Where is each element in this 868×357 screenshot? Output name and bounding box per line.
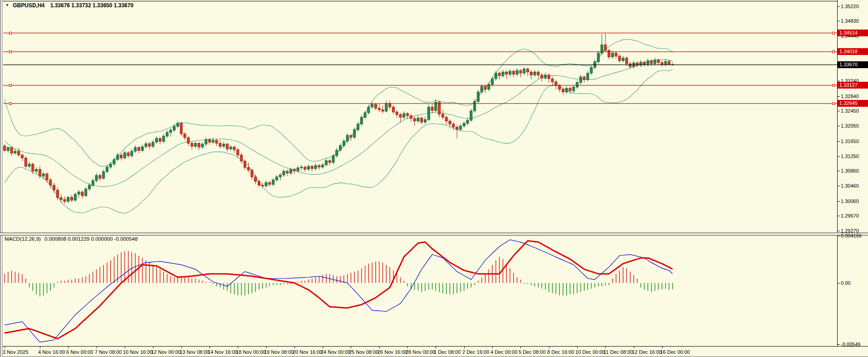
time-tick-mark xyxy=(323,346,323,348)
price-tick-label: 1.31650 xyxy=(841,139,859,144)
time-tick-label: 14 Nov 16:00 xyxy=(208,349,237,355)
bollinger-bands xyxy=(5,40,672,213)
price-tick-mark xyxy=(837,126,840,126)
time-tick-mark xyxy=(662,346,662,348)
price-tick-mark xyxy=(837,186,840,186)
price-tick-mark xyxy=(837,201,840,202)
price-tick-mark xyxy=(837,231,840,231)
time-tick-label: 3 Nov 2025 xyxy=(3,349,28,355)
time-tick-label: 1 Dec 08:00 xyxy=(434,349,461,355)
time-tick-label: 4 Nov 16:00 xyxy=(38,349,65,355)
time-tick-label: 10 Dec 00:00 xyxy=(575,349,605,355)
time-tick-mark xyxy=(97,346,97,348)
horizontal-level-lines[interactable] xyxy=(3,33,837,104)
time-tick-mark xyxy=(464,346,465,348)
price-tick-label: 1.32450 xyxy=(841,108,859,114)
time-tick-mark xyxy=(68,346,69,348)
time-tick-mark xyxy=(492,346,493,348)
time-tick-mark xyxy=(266,346,266,348)
time-tick-label: 12 Dec 16:00 xyxy=(632,349,662,355)
price-tick-mark xyxy=(837,96,840,97)
time-tick-label: 16 Dec 00:00 xyxy=(660,349,690,355)
time-tick-label: 10 Nov 16:00 xyxy=(123,349,152,355)
price-tick-mark xyxy=(837,141,840,142)
candles-layer[interactable] xyxy=(4,34,674,204)
time-tick-mark xyxy=(634,346,634,348)
chart-canvas[interactable] xyxy=(0,0,868,357)
time-tick-mark xyxy=(40,346,40,348)
time-tick-mark xyxy=(549,346,549,348)
hline-drag-handle[interactable] xyxy=(9,84,12,87)
macd-tick-mark xyxy=(837,283,840,283)
time-tick-mark xyxy=(5,346,5,348)
macd-tick-mark xyxy=(837,344,840,345)
macd-signal-line xyxy=(5,241,672,339)
time-tick-label: 20 Nov 16:00 xyxy=(293,349,322,355)
time-axis[interactable]: 3 Nov 20254 Nov 16:006 Nov 00:007 Nov 08… xyxy=(0,346,868,357)
time-tick-mark xyxy=(407,346,408,348)
time-tick-label: 11 Dec 08:00 xyxy=(603,349,633,355)
symbol-timeframe-label: GBPUSD,H4 xyxy=(13,2,44,9)
current-price-badge: 1.33670 xyxy=(838,61,868,68)
time-tick-label: 28 Nov 00:00 xyxy=(406,349,435,355)
macd-histogram xyxy=(5,251,672,297)
time-tick-label: 2 Dec 16:00 xyxy=(462,349,489,355)
time-tick-label: 12 Nov 00:00 xyxy=(151,349,181,355)
macd-tick-mark xyxy=(837,236,840,236)
pane-borders xyxy=(0,0,868,357)
time-tick-label: 8 Dec 16:00 xyxy=(547,349,574,355)
pane-splitter[interactable] xyxy=(0,233,868,236)
price-tick-label: 1.30460 xyxy=(841,183,859,188)
time-tick-label: 24 Nov 00:00 xyxy=(321,349,350,355)
level-price-badge: 1.34018 xyxy=(838,48,868,55)
price-tick-mark xyxy=(837,6,840,7)
ohlc-readout: 1.33676 1.33732 1.33650 1.33670 xyxy=(50,2,134,9)
time-tick-label: 5 Dec 08:00 xyxy=(519,349,545,355)
symbol-dropdown-icon[interactable]: ▼ xyxy=(5,3,9,7)
macd-axis[interactable]: 0.0041660.00-0.00549 xyxy=(838,235,868,346)
time-tick-mark xyxy=(153,346,153,348)
hline-drag-handle[interactable] xyxy=(832,84,835,87)
time-tick-label: 18 Nov 00:00 xyxy=(236,349,265,355)
chart-title: ▼ GBPUSD,H4 1.33676 1.33732 1.33650 1.33… xyxy=(5,2,133,9)
level-price-badge: 1.34514 xyxy=(838,30,868,36)
time-tick-label: 19 Nov 08:00 xyxy=(264,349,294,355)
time-tick-mark xyxy=(294,346,295,348)
time-tick-mark xyxy=(125,346,125,348)
macd-indicator-name: MACD(12,26,9) xyxy=(5,236,41,242)
hline-drag-handle[interactable] xyxy=(9,32,12,35)
price-tick-mark xyxy=(837,111,840,111)
price-tick-label: 1.32840 xyxy=(841,94,859,99)
time-tick-label: 26 Nov 16:00 xyxy=(378,349,407,355)
time-tick-mark xyxy=(238,346,238,348)
price-tick-label: 1.34830 xyxy=(841,18,859,24)
price-tick-label: 1.30860 xyxy=(841,168,859,174)
time-tick-label: 6 Nov 00:00 xyxy=(66,349,93,355)
time-tick-label: 13 Nov 08:00 xyxy=(180,349,209,355)
hline-drag-handle[interactable] xyxy=(832,32,835,35)
macd-indicator-label: MACD(12,26,9) 0.000808 0.001229 0.000000… xyxy=(5,236,137,242)
time-tick-mark xyxy=(181,346,182,348)
time-tick-mark xyxy=(577,346,578,348)
macd-tick-label: 0.004166 xyxy=(841,233,862,238)
price-tick-label: 1.31250 xyxy=(841,154,859,159)
level-price-badge: 1.33127 xyxy=(838,82,868,89)
hline-drag-handle[interactable] xyxy=(832,102,835,105)
time-tick-label: 4 Dec 00:00 xyxy=(490,349,517,355)
price-tick-label: 1.29670 xyxy=(841,213,859,218)
price-tick-mark xyxy=(837,21,840,21)
hline-drag-handle[interactable] xyxy=(9,50,12,53)
time-tick-mark xyxy=(520,346,521,348)
time-tick-mark xyxy=(210,346,210,348)
window-left-border xyxy=(0,0,3,357)
time-tick-mark xyxy=(436,346,436,348)
hline-drag-handle[interactable] xyxy=(9,102,12,105)
trading-terminal-chart-window: ▼ GBPUSD,H4 1.33676 1.33732 1.33650 1.33… xyxy=(0,0,868,357)
price-tick-label: 1.35220 xyxy=(841,4,859,9)
price-tick-mark xyxy=(837,81,840,81)
time-tick-label: 25 Nov 08:00 xyxy=(349,349,378,355)
time-tick-mark xyxy=(379,346,380,348)
price-tick-label: 1.30060 xyxy=(841,198,859,204)
hline-drag-handle[interactable] xyxy=(832,50,835,53)
price-tick-mark xyxy=(837,216,840,216)
